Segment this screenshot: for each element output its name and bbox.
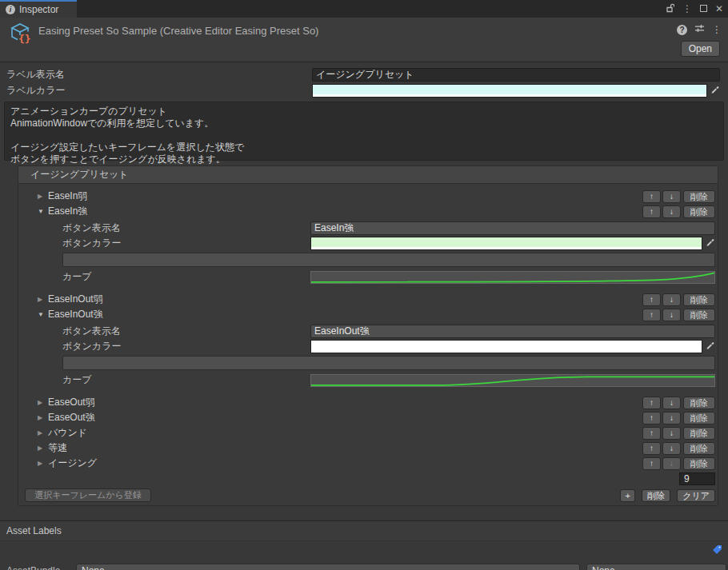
header-icons: ? ⋮: [677, 23, 722, 36]
list-item-easein-weak[interactable]: ▶ EaseIn弱 ↑ ↓ 削除: [20, 189, 716, 204]
maximize-icon[interactable]: [700, 4, 707, 14]
delete-item-button[interactable]: 削除: [683, 412, 715, 425]
asset-bundle-variant-dropdown[interactable]: None ▼: [586, 564, 726, 570]
tab-bar: i Inspector ⋮ ✕: [0, 0, 728, 18]
move-down-button[interactable]: ↓: [662, 293, 681, 306]
alpha-bar: [311, 247, 702, 249]
tag-icon[interactable]: [711, 544, 723, 558]
presets-icon[interactable]: [694, 23, 705, 36]
ease-in-out-curve-field[interactable]: [310, 374, 715, 387]
inspector-header: {} Easing Preset So Sample (Creative Edi…: [0, 18, 728, 62]
footer-delete-button[interactable]: 削除: [642, 489, 670, 502]
eyedropper-icon[interactable]: [710, 85, 720, 97]
list-item-easing[interactable]: ▶ イージング ↑ ↓ 削除: [20, 456, 716, 471]
asset-labels-section: Asset Labels AssetBundle None ▼ None ▼: [0, 520, 728, 570]
item-name: EaseOut弱: [48, 396, 95, 409]
alpha-bar: [313, 94, 706, 97]
footer-clear-button[interactable]: クリア: [677, 489, 715, 502]
list-item-easeinout-weak[interactable]: ▶ EaseInOut弱 ↑ ↓ 削除: [20, 292, 716, 307]
foldout-collapsed-icon[interactable]: ▶: [38, 296, 48, 303]
move-up-button[interactable]: ↑: [642, 190, 661, 203]
foldout-collapsed-icon[interactable]: ▶: [38, 444, 48, 452]
alpha-bar: [311, 350, 702, 353]
button-color-swatch[interactable]: [310, 237, 702, 250]
move-down-button[interactable]: ↓: [662, 205, 681, 218]
tab-inspector[interactable]: i Inspector: [0, 0, 77, 18]
asset-bundle-dropdown[interactable]: None ▼: [76, 564, 580, 570]
move-down-button[interactable]: ↓: [662, 397, 681, 409]
label-color-label: ラベルカラー: [6, 84, 312, 98]
add-item-button[interactable]: +: [620, 489, 635, 502]
foldout-expanded-icon[interactable]: ▼: [38, 311, 48, 318]
move-up-button[interactable]: ↑: [642, 457, 661, 470]
foldout-expanded-icon[interactable]: ▼: [38, 208, 48, 215]
help-line: ボタンを押すことでイージングが反映されます。: [10, 153, 718, 165]
list-item-easeout-strong[interactable]: ▶ EaseOut強 ↑ ↓ 削除: [20, 410, 716, 425]
move-down-button[interactable]: ↓: [662, 412, 681, 425]
move-up-button[interactable]: ↑: [642, 412, 661, 425]
delete-item-button[interactable]: 削除: [683, 442, 715, 455]
label-color-swatch[interactable]: [312, 84, 707, 98]
close-icon[interactable]: ✕: [715, 4, 723, 14]
label-color-row: ラベルカラー: [0, 82, 728, 98]
scriptable-object-icon: {}: [6, 20, 34, 47]
button-name-input[interactable]: EaseInOut強: [310, 325, 715, 338]
list-item-easeout-weak[interactable]: ▶ EaseOut弱 ↑ ↓ 削除: [20, 395, 716, 410]
help-icon[interactable]: ?: [677, 25, 687, 35]
help-line: AnimationWindowでの利用を想定しています。: [10, 118, 718, 130]
ease-in-curve-field[interactable]: [310, 271, 715, 284]
delete-item-button[interactable]: 削除: [683, 427, 715, 440]
move-up-button[interactable]: ↑: [642, 205, 661, 218]
preview-bar: [62, 253, 715, 267]
list-item-easeinout-strong[interactable]: ▼ EaseInOut強 ↑ ↓ 削除: [20, 307, 716, 322]
asset-title: Easing Preset So Sample (Creative Editor…: [38, 25, 318, 37]
asset-bundle-label: AssetBundle: [6, 565, 76, 570]
list-item-bound[interactable]: ▶ バウンド ↑ ↓ 削除: [20, 425, 716, 440]
item-name: EaseIn弱: [48, 189, 87, 203]
list-item-easein-strong[interactable]: ▼ EaseIn強 ↑ ↓ 削除: [20, 204, 716, 219]
delete-item-button[interactable]: 削除: [683, 457, 715, 470]
delete-item-button[interactable]: 削除: [683, 190, 715, 203]
label-name-label: ラベル表示名: [6, 68, 312, 82]
move-up-button[interactable]: ↑: [642, 309, 661, 321]
move-down-button[interactable]: ↓: [662, 427, 681, 440]
foldout-collapsed-icon[interactable]: ▶: [38, 414, 48, 421]
foldout-collapsed-icon[interactable]: ▶: [38, 460, 48, 467]
delete-item-button[interactable]: 削除: [683, 205, 715, 218]
button-name-input[interactable]: EaseIn強: [310, 221, 715, 235]
eyedropper-icon[interactable]: [706, 341, 715, 353]
eyedropper-icon[interactable]: [706, 237, 715, 249]
foldout-collapsed-icon[interactable]: ▶: [38, 429, 48, 436]
register-from-keyframe-button[interactable]: 選択キーフレームから登録: [25, 488, 151, 502]
button-name-label: ボタン表示名: [62, 325, 310, 338]
move-up-button[interactable]: ↑: [642, 442, 661, 455]
easing-preset-list: イージングプリセット ▶ EaseIn弱 ↑ ↓ 削除 ▼ EaseIn強: [18, 165, 718, 506]
inspector-body: ラベル表示名 イージングプリセット ラベルカラー アニメーションカーブのプリセッ…: [0, 62, 728, 506]
foldout-collapsed-icon[interactable]: ▶: [38, 193, 48, 200]
move-down-button[interactable]: ↓: [662, 442, 681, 455]
move-up-button[interactable]: ↑: [642, 293, 661, 306]
move-up-button[interactable]: ↑: [642, 397, 661, 409]
move-down-button[interactable]: ↓: [662, 309, 681, 321]
button-color-swatch[interactable]: [310, 340, 702, 353]
help-line: アニメーションカーブのプリセット: [10, 106, 718, 118]
move-down-button[interactable]: ↓: [662, 457, 681, 470]
button-name-label: ボタン表示名: [62, 221, 310, 235]
move-up-button[interactable]: ↑: [642, 427, 661, 440]
delete-item-button[interactable]: 削除: [683, 293, 715, 306]
open-button[interactable]: Open: [681, 41, 720, 57]
asset-labels-header[interactable]: Asset Labels: [0, 521, 728, 541]
delete-item-button[interactable]: 削除: [683, 309, 715, 321]
label-name-row: ラベル表示名 イージングプリセット: [0, 66, 728, 82]
delete-item-button[interactable]: 削除: [683, 397, 715, 409]
list-title: イージングプリセット: [30, 168, 129, 181]
unlock-icon[interactable]: [666, 3, 674, 14]
header-kebab-icon[interactable]: ⋮: [712, 24, 722, 35]
array-size-input[interactable]: 9: [679, 472, 715, 485]
foldout-collapsed-icon[interactable]: ▶: [38, 399, 48, 406]
list-item-constant[interactable]: ▶ 等速 ↑ ↓ 削除: [20, 440, 716, 456]
item-name: バウンド: [48, 426, 87, 440]
label-name-input[interactable]: イージングプリセット: [312, 68, 720, 82]
kebab-menu-icon[interactable]: ⋮: [682, 4, 692, 14]
move-down-button[interactable]: ↓: [662, 190, 681, 203]
